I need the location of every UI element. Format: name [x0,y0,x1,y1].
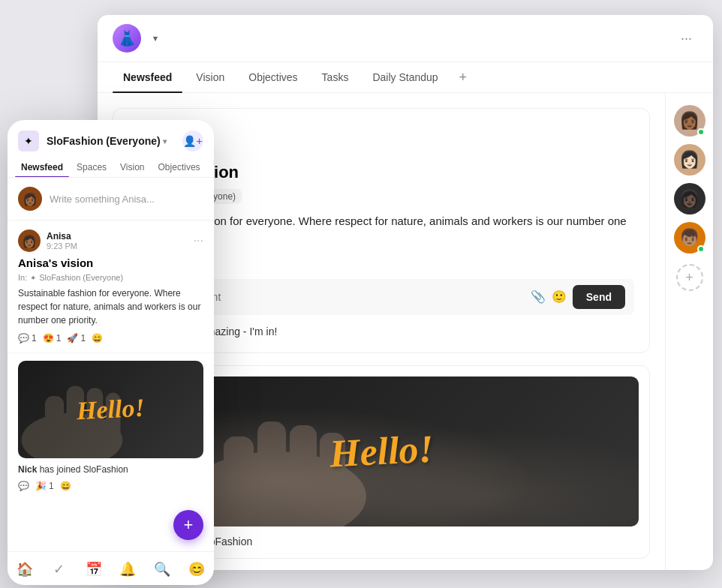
mobile-joined-party[interactable]: 🎉 1 [35,481,54,491]
attachment-icon[interactable]: 📎 [531,290,546,304]
tab-objectives[interactable]: Objectives [238,62,308,92]
mobile-tab-vision[interactable]: Vision [114,158,150,177]
add-user-button[interactable]: + [676,264,703,291]
mobile-add-member-button[interactable]: 👤+ [182,130,203,152]
notifications-icon: 🔔 [119,561,136,578]
hello-text: Hello! [328,426,435,476]
mobile-nav-profile[interactable]: 😊 [179,558,214,580]
mobile-reaction-heart[interactable]: 😍 1 [43,333,62,344]
mobile-post-time: 9:23 PM [47,242,77,250]
profile-icon: 😊 [188,561,205,578]
desktop-nav: Newsfeed Vision Objectives Tasks Daily S… [98,62,713,93]
mobile-hello-image: Hello! [18,361,203,458]
mobile-nav-search[interactable]: 🔍 [145,558,179,580]
mobile-workspace-title[interactable]: SloFashion (Everyone) ▾ [47,135,175,147]
mobile-app: ✦ SloFashion (Everyone) ▾ 👤+ Newsfeed Sp… [8,120,214,585]
tab-vision[interactable]: Vision [185,62,235,92]
tasks-icon: ✓ [53,561,65,578]
svg-rect-1 [224,436,254,504]
chevron-down-icon: ▾ [153,34,158,44]
mobile-hello-text: Hello! [76,394,146,426]
send-comment-button[interactable]: Send [573,285,625,309]
mobile-nav-calendar[interactable]: 📅 [77,558,111,580]
mobile-chevron-icon: ▾ [163,137,167,146]
mobile-tab-tasks[interactable]: T... [208,158,214,177]
mobile-header: ✦ SloFashion (Everyone) ▾ 👤+ [8,120,214,152]
mobile-nav: Newsfeed Spaces Vision Objectives T... [8,152,214,178]
mobile-hello-post: Hello! Nick has joined SloFashion 💬 🎉 1 … [8,353,214,497]
workspace-avatar: 👗 [113,24,141,52]
tab-newsfeed[interactable]: Newsfeed [113,62,182,92]
mobile-nick-joined: Nick has joined SloFashion [8,464,214,481]
tab-tasks[interactable]: Tasks [311,62,359,92]
tab-daily-standup[interactable]: Daily Standup [362,62,448,92]
mobile-post-reactions: 💬 1 😍 1 🚀 1 😄 [18,333,203,344]
mobile-post-title: Anisa's vision [18,256,203,269]
mobile-bottom-nav: 🏠 ✓ 📅 🔔 🔍 😊 [8,551,214,585]
mobile-joined-comment[interactable]: 💬 [18,481,29,491]
mobile-post-content: Sustainable fashion for everyone. Where … [18,286,203,327]
mobile-joined-reactions: 💬 🎉 1 😄 [8,481,214,497]
mobile-workspace-icon: ✦ [18,130,39,152]
mobile-write-area: 👩🏾 Write something Anisa... [8,178,214,220]
mobile-post-more-button[interactable]: ··· [194,234,203,248]
online-user-4[interactable]: 👦🏽 [674,222,705,254]
workspace-title[interactable]: ▾ [150,34,158,44]
online-users-sidebar: 👩🏾 👩🏻 👩🏿 👦🏽 + [665,93,713,570]
online-user-3[interactable]: 👩🏿 [674,183,705,214]
mobile-nav-notifications[interactable]: 🔔 [110,558,145,580]
mobile-post-header: 👩🏾 Anisa 9:23 PM ··· [18,230,203,252]
mobile-tab-newsfeed[interactable]: Newsfeed [15,158,69,177]
mobile-post-author: Anisa [47,231,77,242]
mobile-write-input[interactable]: Write something Anisa... [50,194,203,205]
online-indicator [697,245,705,253]
search-icon: 🔍 [154,561,170,578]
emoji-icon[interactable]: 🙂 [552,290,567,304]
online-user-2[interactable]: 👩🏻 [674,144,705,176]
mobile-user-avatar: 👩🏾 [18,187,42,211]
mobile-tab-objectives[interactable]: Objectives [152,158,206,177]
mobile-post-workspace: In: ✦ SloFashion (Everyone) [18,273,203,282]
mobile-tab-spaces[interactable]: Spaces [71,158,113,177]
home-icon: 🏠 [17,561,33,578]
calendar-icon: 📅 [86,561,102,578]
mobile-fab-button[interactable]: + [173,510,203,540]
mobile-post-avatar: 👩🏾 [18,230,41,252]
online-indicator [697,128,705,136]
svg-rect-2 [257,422,286,496]
mobile-reaction-smile[interactable]: 😄 [92,333,103,344]
more-options-button[interactable]: ··· [675,28,698,50]
mobile-post-card: 👩🏾 Anisa 9:23 PM ··· Anisa's vision In: … [8,220,214,353]
mobile-nav-tasks[interactable]: ✓ [42,558,77,580]
add-tab-button[interactable]: + [452,64,475,92]
svg-rect-3 [290,425,317,496]
mobile-nav-home[interactable]: 🏠 [8,558,42,580]
mobile-joined-smile[interactable]: 😄 [60,481,71,491]
mobile-reaction-comment[interactable]: 💬 1 [18,333,37,344]
mobile-reaction-rocket[interactable]: 🚀 1 [67,333,86,344]
online-user-1[interactable]: 👩🏾 [674,105,705,136]
desktop-header: 👗 ▾ ··· [98,15,713,62]
mobile-post-user-info: Anisa 9:23 PM [47,231,77,250]
svg-rect-6 [45,396,64,443]
